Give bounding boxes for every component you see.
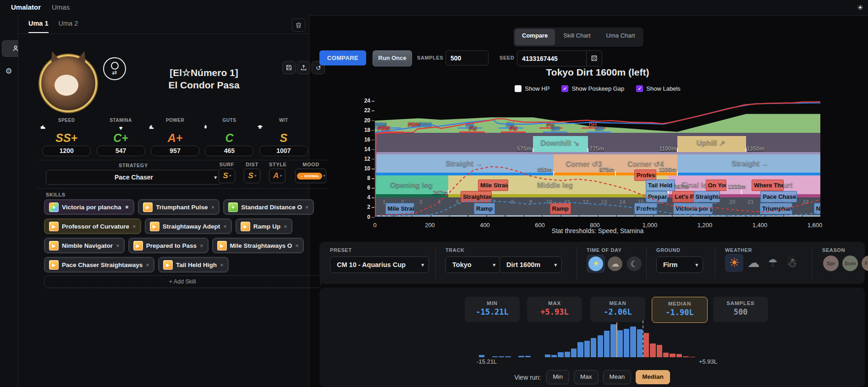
nav-tab-umas[interactable]: Umas <box>52 0 70 15</box>
stat-value-input[interactable]: 465 <box>205 146 253 156</box>
tab-uma-chart[interactable]: Uma Chart <box>599 29 643 45</box>
skill-activation-where-there: Where There <box>752 180 784 191</box>
tab-skill-chart[interactable]: Skill Chart <box>556 29 598 45</box>
time-of-day-night-moon[interactable]: ☾ <box>625 255 643 273</box>
weather-snowy[interactable]: ☃ <box>783 254 801 272</box>
time-of-day-dusk-cloud[interactable]: ☁ <box>606 255 624 273</box>
add-skill-button[interactable]: + Add Skill <box>44 275 321 288</box>
result-min-card[interactable]: MIN-15.21L <box>465 297 520 322</box>
skill-chip-nimble-navigator[interactable]: ▶Nimble Navigator× <box>44 238 125 253</box>
skill-remove-button[interactable]: × <box>284 223 287 230</box>
settings-button[interactable]: ⚙ <box>2 64 16 78</box>
skill-chip-mile-straightaways-o[interactable]: ▶Mile Straightaways O× <box>212 238 304 253</box>
toggle-show-hp[interactable]: Show HP <box>515 85 549 92</box>
skill-chip-tail-held-high[interactable]: ▶Tail Held High× <box>158 257 229 273</box>
skill-chip-victoria-por-plancha[interactable]: ★Victoria por plancha★ <box>44 199 134 215</box>
preset-select[interactable]: CM 10 - Aquarius Cup▾ <box>330 256 429 273</box>
result-max-card[interactable]: MAX+5.93L <box>527 297 582 322</box>
histogram-bar <box>670 354 675 357</box>
histogram-bar <box>683 356 688 357</box>
delete-uma-button[interactable] <box>292 18 305 32</box>
time-of-day-label: TIME OF DAY <box>587 247 621 253</box>
histogram-bar <box>518 356 524 357</box>
export-uma-button[interactable] <box>297 61 310 74</box>
view-run-min-button[interactable]: Min <box>546 370 569 384</box>
view-run-mean-button[interactable]: Mean <box>603 370 632 384</box>
distance-tick <box>677 171 678 175</box>
skill-name: Pace Chaser Straightaways <box>62 262 143 268</box>
skill-chip-ramp-up[interactable]: ▶Ramp Up× <box>236 218 292 234</box>
seed-input[interactable] <box>517 55 586 63</box>
skill-remove-button[interactable]: × <box>295 242 299 249</box>
strategy-select[interactable]: Pace Chaser ▾ <box>46 170 222 185</box>
skill-remove-button[interactable]: × <box>223 223 227 230</box>
skill-icon: ▶ <box>163 260 173 270</box>
view-run-median-button[interactable]: Median <box>636 370 670 384</box>
save-uma-button[interactable] <box>282 61 296 74</box>
skill-chip-pace-chaser-straightaways[interactable]: ▶Pace Chaser Straightaways× <box>44 257 154 273</box>
histogram-bar <box>643 333 649 357</box>
skill-icon: ▶ <box>49 241 59 251</box>
mood-select[interactable]: → NORMAL▾ <box>295 169 326 183</box>
y-tick-mark <box>372 130 374 131</box>
result-samples-card[interactable]: SAMPLES500 <box>713 297 768 322</box>
tab-compare[interactable]: Compare <box>515 29 555 45</box>
skill-chip-prepared-to-pass[interactable]: ▶Prepared to Pass× <box>128 238 209 253</box>
result-histogram: -15.21L +5.93L <box>477 322 720 365</box>
toggle-show-poskeep-gap[interactable]: ✓Show Poskeep Gap <box>561 85 624 92</box>
uma-portrait[interactable] <box>39 55 97 112</box>
tab-uma-1[interactable]: Uma 1 <box>28 15 49 33</box>
swap-uma-button[interactable]: ⇄ <box>103 57 126 80</box>
season-sum[interactable]: Sum <box>841 255 859 272</box>
weather-cloudy[interactable]: ☁ <box>744 254 763 272</box>
y-axis-tick: 14 <box>353 146 370 153</box>
result-mean-card[interactable]: MEAN-2.06L <box>590 297 645 322</box>
random-seed-button[interactable]: ⚄ <box>586 51 602 66</box>
aptitude-style-select[interactable]: A▾ <box>269 169 286 183</box>
season-fall[interactable]: Fall <box>861 255 868 272</box>
skill-chip-standard-distance-o[interactable]: ♥Standard Distance O× <box>223 199 313 215</box>
compare-button[interactable]: COMPARE <box>319 50 366 65</box>
time-of-day-day-sun-selected[interactable]: ☀ <box>587 255 605 273</box>
skill-name: Ramp Up <box>253 223 280 230</box>
skill-remove-button[interactable]: × <box>116 242 120 249</box>
distance-tick <box>588 148 588 152</box>
aptitude-surf-select[interactable]: S▾ <box>219 169 235 183</box>
skill-remove-button[interactable]: × <box>211 204 215 211</box>
skill-chip-straightaway-adept[interactable]: ▶Straightaway Adept× <box>145 218 232 234</box>
view-run-max-button[interactable]: Max <box>574 370 599 384</box>
aptitude-dist: DISTS▾ <box>244 162 260 183</box>
aptitude-dist-select[interactable]: S▾ <box>244 169 260 183</box>
skill-chip-triumphant-pulse[interactable]: ▶Triumphant Pulse× <box>138 199 220 215</box>
checkbox-checked[interactable]: ✓ <box>561 85 568 92</box>
skill-remove-button[interactable]: × <box>200 242 203 249</box>
stat-value-input[interactable]: 547 <box>97 146 145 156</box>
aptitude-label: STYLE <box>269 162 286 167</box>
distance-marker: 575m <box>517 146 532 152</box>
tab-uma-2[interactable]: Uma 2 <box>59 15 78 32</box>
track-distance-select[interactable]: Dirt 1600m▾ <box>500 256 562 273</box>
skill-remove-button[interactable]: × <box>220 262 224 268</box>
skill-chip-professor-of-curvature[interactable]: ▶Professor of Curvature× <box>44 218 141 234</box>
checkbox-unchecked[interactable] <box>515 85 522 92</box>
checkbox-checked[interactable]: ✓ <box>636 85 643 92</box>
skill-remove-button[interactable]: × <box>146 262 149 268</box>
section-number: 5 <box>456 199 459 205</box>
stat-value-input[interactable]: 1007 <box>259 146 308 156</box>
stat-value-input[interactable]: 957 <box>151 146 199 156</box>
stat-value-input[interactable]: 1200 <box>42 146 91 156</box>
skill-remove-button[interactable]: × <box>305 204 309 211</box>
track-course-select[interactable]: Tokyo▾ <box>445 256 500 273</box>
result-median-card[interactable]: MEDIAN-1.90L <box>652 297 708 323</box>
samples-input[interactable] <box>445 50 489 65</box>
weather-sunny-selected[interactable]: ☀ <box>725 254 743 272</box>
weather-rainy[interactable]: ☂ <box>764 254 782 272</box>
skill-remove-button[interactable]: × <box>132 223 136 230</box>
chevron-down-icon: ▾ <box>493 257 495 273</box>
toggle-show-labels[interactable]: ✓Show Labels <box>636 85 680 92</box>
histogram-bar <box>525 356 531 357</box>
run-once-button[interactable]: Run Once <box>373 50 412 66</box>
theme-toggle-sun-icon[interactable]: ☀ <box>857 3 863 12</box>
ground-select[interactable]: Firm▾ <box>656 256 703 273</box>
season-spr[interactable]: Spr <box>822 255 840 272</box>
